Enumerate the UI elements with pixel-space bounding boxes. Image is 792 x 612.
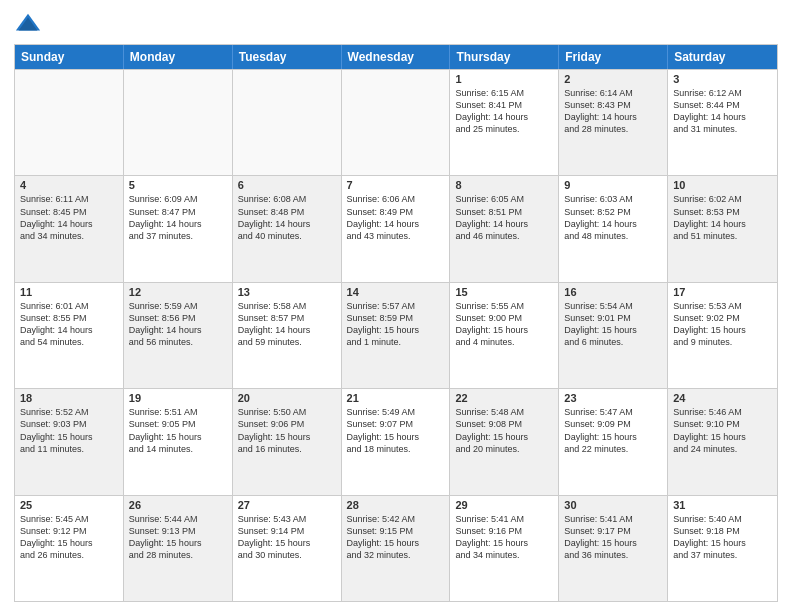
cell-line: Sunset: 9:17 PM (564, 525, 662, 537)
cell-line: Daylight: 14 hours (673, 218, 772, 230)
cell-line: Sunset: 9:15 PM (347, 525, 445, 537)
day-cell-6: 6Sunrise: 6:08 AMSunset: 8:48 PMDaylight… (233, 176, 342, 281)
cell-line: Daylight: 15 hours (455, 324, 553, 336)
cell-line: Daylight: 15 hours (20, 431, 118, 443)
cell-line: Daylight: 15 hours (564, 324, 662, 336)
cell-line: Sunrise: 6:09 AM (129, 193, 227, 205)
day-cell-21: 21Sunrise: 5:49 AMSunset: 9:07 PMDayligh… (342, 389, 451, 494)
day-number: 20 (238, 392, 336, 404)
calendar-body: 1Sunrise: 6:15 AMSunset: 8:41 PMDaylight… (15, 69, 777, 601)
day-cell-18: 18Sunrise: 5:52 AMSunset: 9:03 PMDayligh… (15, 389, 124, 494)
empty-cell (15, 70, 124, 175)
cell-line: Sunrise: 5:53 AM (673, 300, 772, 312)
calendar-row-1: 1Sunrise: 6:15 AMSunset: 8:41 PMDaylight… (15, 69, 777, 175)
cell-line: and 56 minutes. (129, 336, 227, 348)
cell-line: Sunset: 9:06 PM (238, 418, 336, 430)
cell-line: and 4 minutes. (455, 336, 553, 348)
cell-line: Sunrise: 6:08 AM (238, 193, 336, 205)
day-cell-29: 29Sunrise: 5:41 AMSunset: 9:16 PMDayligh… (450, 496, 559, 601)
cell-line: Sunset: 8:43 PM (564, 99, 662, 111)
cell-line: and 30 minutes. (238, 549, 336, 561)
cell-line: Sunrise: 6:12 AM (673, 87, 772, 99)
cell-line: Daylight: 14 hours (347, 218, 445, 230)
day-number: 13 (238, 286, 336, 298)
day-number: 12 (129, 286, 227, 298)
cell-line: Daylight: 14 hours (238, 218, 336, 230)
cell-line: Daylight: 15 hours (347, 324, 445, 336)
cell-line: Daylight: 15 hours (347, 431, 445, 443)
cell-line: Sunrise: 5:48 AM (455, 406, 553, 418)
day-number: 23 (564, 392, 662, 404)
empty-cell (124, 70, 233, 175)
cell-line: Daylight: 14 hours (20, 324, 118, 336)
cell-line: Sunset: 9:14 PM (238, 525, 336, 537)
day-cell-1: 1Sunrise: 6:15 AMSunset: 8:41 PMDaylight… (450, 70, 559, 175)
cell-line: and 9 minutes. (673, 336, 772, 348)
cell-line: Daylight: 14 hours (564, 111, 662, 123)
cell-line: and 20 minutes. (455, 443, 553, 455)
day-cell-16: 16Sunrise: 5:54 AMSunset: 9:01 PMDayligh… (559, 283, 668, 388)
cell-line: Sunset: 9:00 PM (455, 312, 553, 324)
cell-line: Sunset: 8:48 PM (238, 206, 336, 218)
cell-line: and 28 minutes. (129, 549, 227, 561)
day-number: 15 (455, 286, 553, 298)
cell-line: Daylight: 15 hours (673, 537, 772, 549)
cell-line: and 40 minutes. (238, 230, 336, 242)
cell-line: Daylight: 14 hours (564, 218, 662, 230)
cell-line: Daylight: 15 hours (129, 537, 227, 549)
cell-line: Daylight: 14 hours (20, 218, 118, 230)
cell-line: Sunset: 8:51 PM (455, 206, 553, 218)
cell-line: Sunset: 9:03 PM (20, 418, 118, 430)
cell-line: and 37 minutes. (673, 549, 772, 561)
day-number: 22 (455, 392, 553, 404)
calendar-row-3: 11Sunrise: 6:01 AMSunset: 8:55 PMDayligh… (15, 282, 777, 388)
day-cell-13: 13Sunrise: 5:58 AMSunset: 8:57 PMDayligh… (233, 283, 342, 388)
day-cell-3: 3Sunrise: 6:12 AMSunset: 8:44 PMDaylight… (668, 70, 777, 175)
cell-line: Sunset: 9:13 PM (129, 525, 227, 537)
calendar-row-5: 25Sunrise: 5:45 AMSunset: 9:12 PMDayligh… (15, 495, 777, 601)
day-cell-17: 17Sunrise: 5:53 AMSunset: 9:02 PMDayligh… (668, 283, 777, 388)
cell-line: and 16 minutes. (238, 443, 336, 455)
cell-line: and 43 minutes. (347, 230, 445, 242)
cell-line: and 24 minutes. (673, 443, 772, 455)
cell-line: Daylight: 15 hours (455, 537, 553, 549)
cell-line: and 14 minutes. (129, 443, 227, 455)
cell-line: and 22 minutes. (564, 443, 662, 455)
cell-line: Sunrise: 6:11 AM (20, 193, 118, 205)
day-cell-24: 24Sunrise: 5:46 AMSunset: 9:10 PMDayligh… (668, 389, 777, 494)
empty-cell (233, 70, 342, 175)
cell-line: and 59 minutes. (238, 336, 336, 348)
cell-line: Sunset: 9:07 PM (347, 418, 445, 430)
cell-line: Sunset: 8:53 PM (673, 206, 772, 218)
cell-line: Sunrise: 6:15 AM (455, 87, 553, 99)
day-number: 30 (564, 499, 662, 511)
day-cell-4: 4Sunrise: 6:11 AMSunset: 8:45 PMDaylight… (15, 176, 124, 281)
cell-line: Daylight: 15 hours (347, 537, 445, 549)
day-number: 18 (20, 392, 118, 404)
day-number: 5 (129, 179, 227, 191)
weekday-header-monday: Monday (124, 45, 233, 69)
cell-line: Sunset: 8:52 PM (564, 206, 662, 218)
day-cell-11: 11Sunrise: 6:01 AMSunset: 8:55 PMDayligh… (15, 283, 124, 388)
cell-line: Sunset: 9:05 PM (129, 418, 227, 430)
cell-line: Daylight: 15 hours (673, 431, 772, 443)
cell-line: and 34 minutes. (455, 549, 553, 561)
cell-line: Sunset: 8:47 PM (129, 206, 227, 218)
cell-line: Sunset: 9:16 PM (455, 525, 553, 537)
day-number: 4 (20, 179, 118, 191)
cell-line: Daylight: 14 hours (455, 111, 553, 123)
cell-line: Sunrise: 5:54 AM (564, 300, 662, 312)
day-cell-8: 8Sunrise: 6:05 AMSunset: 8:51 PMDaylight… (450, 176, 559, 281)
weekday-header-saturday: Saturday (668, 45, 777, 69)
empty-cell (342, 70, 451, 175)
day-number: 25 (20, 499, 118, 511)
day-cell-26: 26Sunrise: 5:44 AMSunset: 9:13 PMDayligh… (124, 496, 233, 601)
weekday-header-sunday: Sunday (15, 45, 124, 69)
weekday-header-wednesday: Wednesday (342, 45, 451, 69)
cell-line: Sunrise: 5:57 AM (347, 300, 445, 312)
cell-line: Daylight: 15 hours (238, 431, 336, 443)
day-number: 2 (564, 73, 662, 85)
cell-line: and 1 minute. (347, 336, 445, 348)
day-number: 11 (20, 286, 118, 298)
day-cell-19: 19Sunrise: 5:51 AMSunset: 9:05 PMDayligh… (124, 389, 233, 494)
